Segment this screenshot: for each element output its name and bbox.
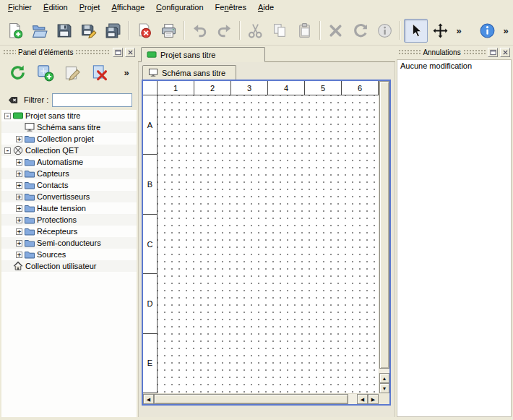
expand-toggle[interactable]: + <box>16 171 22 177</box>
select-mode-button[interactable] <box>404 19 428 43</box>
expand-toggle[interactable]: + <box>16 194 22 200</box>
edit-element-button[interactable] <box>61 61 84 84</box>
close-file-button[interactable] <box>132 19 156 43</box>
menu-affichage[interactable]: Affichage <box>105 0 150 16</box>
ruler-row-b: B <box>143 155 157 214</box>
row-ruler: ABCDE <box>143 95 158 393</box>
expand-toggle[interactable]: + <box>16 217 22 223</box>
float-undo-button[interactable] <box>488 48 498 57</box>
toolbar-overflow-button[interactable]: » <box>453 19 465 43</box>
folder-icon <box>25 180 35 190</box>
delete-button[interactable] <box>324 19 348 43</box>
menu-fichier[interactable]: Fichier <box>2 0 38 16</box>
tree-item-collection-qet[interactable]: -Collection QET <box>1 145 137 156</box>
new-element-button[interactable] <box>33 61 56 84</box>
tree-item-sources[interactable]: +Sources <box>1 249 137 260</box>
scroll-down-button[interactable]: ▼ <box>379 383 389 393</box>
tree-item-automatisme[interactable]: +Automatisme <box>1 156 137 168</box>
horizontal-scrollbar-thumb[interactable] <box>154 394 348 404</box>
tree-item-recepteurs[interactable]: +Récepteurs <box>1 226 137 237</box>
expand-toggle[interactable]: + <box>16 252 22 258</box>
menu-fenetres[interactable]: Fenêtres <box>210 0 252 16</box>
open-file-button[interactable] <box>27 19 51 43</box>
filter-label: Filtrer : <box>24 95 48 104</box>
collapse-toggle[interactable]: - <box>4 147 11 154</box>
tree-item-label: Sources <box>37 250 66 259</box>
tab-project[interactable]: Projet sans titre <box>141 47 265 62</box>
tree-item-label: Automatisme <box>37 158 83 166</box>
tree-item-capteurs[interactable]: +Capteurs <box>1 168 137 179</box>
close-icon <box>127 49 134 56</box>
expand-toggle[interactable]: + <box>16 240 22 247</box>
tree-item-collection-utilisateur[interactable]: Collection utilisateur <box>1 260 137 272</box>
panel-overflow-button[interactable]: » <box>121 61 132 84</box>
close-panel-button[interactable] <box>125 48 135 57</box>
undo-button[interactable] <box>188 19 212 43</box>
horizontal-scrollbar[interactable]: ◀ ◀ ▶ <box>143 393 379 404</box>
scroll-up-button[interactable]: ▲ <box>379 373 389 383</box>
copy-button[interactable] <box>268 19 292 43</box>
reload-collections-button[interactable] <box>6 61 29 84</box>
menu-configuration[interactable]: Configuration <box>150 0 209 16</box>
undo-list-item[interactable]: Aucune modification <box>397 60 511 72</box>
menu-projet[interactable]: Projet <box>74 0 106 16</box>
cut-button[interactable] <box>243 19 267 43</box>
tree-item-contacts[interactable]: +Contacts <box>1 179 137 191</box>
schema-canvas[interactable]: 123456 ABCDE <box>143 81 379 393</box>
float-icon <box>490 49 496 56</box>
float-panel-button[interactable] <box>113 48 123 57</box>
menu-aide[interactable]: Aide <box>252 0 280 16</box>
qet-icon <box>13 145 23 155</box>
project-icon <box>147 50 157 59</box>
vertical-scrollbar-thumb[interactable] <box>379 81 389 369</box>
filter-row: Filtrer : <box>1 92 137 108</box>
tree-item-collection-projet[interactable]: +Collection projet <box>1 133 137 145</box>
folder-icon <box>25 238 35 248</box>
elements-panel-titlebar[interactable]: Panel d'éléments <box>1 46 137 58</box>
tree-item-schema-sans-titre[interactable]: Schéma sans titre <box>1 121 137 133</box>
scroll-left-button[interactable]: ◀ <box>143 394 154 404</box>
elements-panel: Panel d'éléments » Filtrer : -Projet san… <box>1 46 137 417</box>
expand-toggle[interactable]: + <box>16 136 22 142</box>
new-document-button[interactable] <box>3 19 27 43</box>
collapse-toggle[interactable]: - <box>4 113 11 119</box>
menu-edition[interactable]: Édition <box>38 0 74 16</box>
redo-button[interactable] <box>212 19 236 43</box>
help-overflow-button[interactable]: » <box>500 19 512 43</box>
close-undo-button[interactable] <box>500 48 510 57</box>
scroll-right-button[interactable]: ▶ <box>368 394 379 404</box>
vertical-scrollbar[interactable]: ▲ ▼ <box>379 81 389 393</box>
expand-toggle[interactable]: + <box>16 159 22 166</box>
element-info-button[interactable] <box>373 19 397 43</box>
tree-item-haute-tension[interactable]: +Haute tension <box>1 202 137 214</box>
clear-filter-icon <box>7 95 20 106</box>
save-button[interactable] <box>52 19 76 43</box>
tree-item-projet-sans-titre[interactable]: -Projet sans titre <box>1 110 137 121</box>
save-all-button[interactable] <box>101 19 125 43</box>
clear-filter-button[interactable] <box>6 94 20 106</box>
save-as-button[interactable] <box>77 19 100 43</box>
delete-element-button[interactable] <box>88 61 111 84</box>
expander-spacer <box>16 124 22 131</box>
expand-toggle[interactable]: + <box>16 182 22 189</box>
schema-grid[interactable] <box>158 95 379 393</box>
filter-input[interactable] <box>52 93 132 107</box>
print-button[interactable] <box>157 19 181 43</box>
tree-item-label: Collection utilisateur <box>25 262 96 270</box>
undo-panel-titlebar[interactable]: Annulations <box>397 46 512 58</box>
ruler-column-4: 4 <box>268 81 305 95</box>
expand-toggle[interactable]: + <box>16 205 22 212</box>
expand-toggle[interactable]: + <box>16 228 22 235</box>
tab-schema[interactable]: Schéma sans titre <box>142 65 236 80</box>
scroll-left-button-2[interactable]: ◀ <box>357 394 368 404</box>
tree-item-convertisseurs[interactable]: +Convertisseurs <box>1 191 137 202</box>
rotate-button[interactable] <box>348 19 372 43</box>
ruler-column-5: 5 <box>305 81 342 95</box>
pan-mode-button[interactable] <box>428 19 452 43</box>
elements-panel-toolbar: » <box>1 59 137 85</box>
tree-item-label: Contacts <box>37 181 68 189</box>
about-button[interactable] <box>475 19 499 43</box>
tree-item-semi-conducteurs[interactable]: +Semi-conducteurs <box>1 237 137 249</box>
tree-item-protections[interactable]: +Protections <box>1 214 137 226</box>
paste-button[interactable] <box>293 19 316 43</box>
